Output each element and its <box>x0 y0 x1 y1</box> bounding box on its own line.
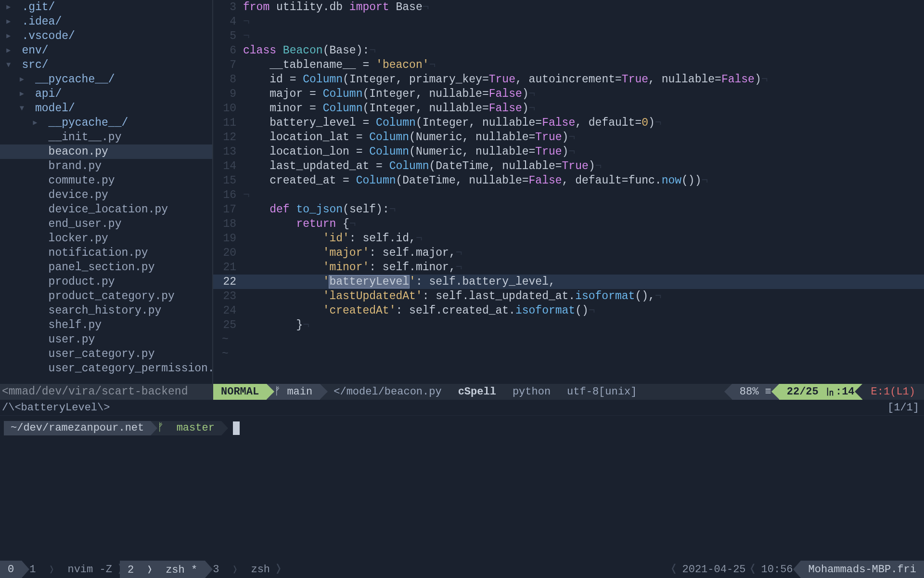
vim-search-line[interactable]: /\<batteryLevel\> [1/1] <box>0 400 924 416</box>
file-tree-sidebar[interactable]: ▸ .git/▸ .idea/▸ .vscode/▸ env/▾ src/ ▸ … <box>0 0 213 400</box>
terminal-pane[interactable]: ~/dev/ramezanpour.net ᚠ master <box>0 416 924 561</box>
line-number: 23 <box>213 289 243 303</box>
tmux-window[interactable]: 1 ❭ nvim -Z <box>22 561 120 578</box>
shell-prompt: ~/dev/ramezanpour.net ᚠ master <box>4 420 920 437</box>
code-line[interactable]: 11 battery_level = Column(Integer, nulla… <box>213 116 924 130</box>
tree-arrow-icon: ▾ <box>2 58 15 72</box>
code-line[interactable]: 23 'lastUpdatedAt': self.last_updated_at… <box>213 289 924 303</box>
code-text: battery_level = Column(Integer, nullable… <box>243 116 924 130</box>
code-line[interactable]: 20 'major': self.major,¬ <box>213 246 924 260</box>
tree-arrow-icon: ▾ <box>15 101 29 116</box>
line-number: 4 <box>213 14 243 29</box>
prompt-branch: ᚠ master <box>151 421 221 435</box>
tree-file-item[interactable]: user_category_permission. <box>0 361 212 376</box>
tmux-session[interactable]: 0 <box>0 561 22 578</box>
code-line[interactable]: 15 created_at = Column(DateTime, nullabl… <box>213 173 924 188</box>
code-line[interactable]: 19 'id': self.id,¬ <box>213 231 924 246</box>
code-line[interactable]: 17 def to_json(self):¬ <box>213 202 924 217</box>
code-line[interactable]: 16¬ <box>213 188 924 202</box>
tmux-window[interactable]: 3 ❭ zsh <box>205 561 278 578</box>
tree-file-item[interactable]: user_category.py <box>0 347 212 361</box>
tree-file-item[interactable]: device.py <box>0 188 212 202</box>
line-number: 22 <box>213 275 243 289</box>
tree-dir-item[interactable]: ▾ model/ <box>0 101 212 116</box>
code-text: 'major': self.major,¬ <box>243 246 924 260</box>
code-text: 'lastUpdatedAt': self.last_updated_at.is… <box>243 289 924 303</box>
code-text: return {¬ <box>243 217 924 231</box>
line-number: 16 <box>213 188 243 202</box>
code-line[interactable]: 4¬ <box>213 14 924 29</box>
code-line[interactable]: 12 location_lat = Column(Numeric, nullab… <box>213 130 924 144</box>
tree-file-item[interactable]: user.py <box>0 332 212 347</box>
tree-file-item[interactable]: notification.py <box>0 246 212 260</box>
code-text: location_lon = Column(Numeric, nullable=… <box>243 144 924 159</box>
tree-file-item[interactable]: shelf.py <box>0 318 212 332</box>
spell-indicator: cSpell <box>458 386 496 398</box>
line-number: 6 <box>213 43 243 58</box>
branch-name: main <box>287 386 312 398</box>
tree-dir-item[interactable]: ▸ .vscode/ <box>0 29 212 43</box>
code-text: 'minor': self.minor,¬ <box>243 260 924 275</box>
tree-dir-item[interactable]: ▸ __pycache__/ <box>0 72 212 87</box>
tree-arrow-icon <box>28 275 42 289</box>
tree-file-item[interactable]: beacon.py <box>0 144 212 159</box>
tree-arrow-icon <box>28 159 42 173</box>
code-text: ¬ <box>243 14 924 29</box>
tree-file-item[interactable]: panel_section.py <box>0 260 212 275</box>
code-line[interactable]: 24 'createdAt': self.created_at.isoforma… <box>213 303 924 318</box>
code-line[interactable]: 21 'minor': self.minor,¬ <box>213 260 924 275</box>
tree-file-item[interactable]: end_user.py <box>0 217 212 231</box>
code-line[interactable]: 7 __tablename__ = 'beacon'¬ <box>213 58 924 72</box>
code-line[interactable]: 10 minor = Column(Integer, nullable=Fals… <box>213 101 924 116</box>
tree-file-item[interactable]: commute.py <box>0 173 212 188</box>
tree-arrow-icon <box>28 303 42 318</box>
tree-file-item[interactable]: device_location.py <box>0 202 212 217</box>
tree-dir-item[interactable]: ▸ .git/ <box>0 0 212 14</box>
line-number: 21 <box>213 260 243 275</box>
tree-dir-item[interactable]: ▸ __pycache__/ <box>0 116 212 130</box>
code-line[interactable]: 6class Beacon(Base):¬ <box>213 43 924 58</box>
tmux-date: 2021-04-25 <box>675 561 754 578</box>
eof-marker: ~ <box>213 332 924 347</box>
code-editor[interactable]: 3from utility.db import Base¬4¬5¬6class … <box>213 0 924 400</box>
line-number: 9 <box>213 87 243 101</box>
code-line[interactable]: 5¬ <box>213 29 924 43</box>
code-line[interactable]: 22 'batteryLevel': self.battery_level, <box>213 275 924 289</box>
filetype-indicator: python <box>513 386 551 398</box>
tree-arrow-icon <box>28 188 42 202</box>
line-number: 20 <box>213 246 243 260</box>
tree-file-item[interactable]: product.py <box>0 275 212 289</box>
tree-file-item[interactable]: brand.py <box>0 159 212 173</box>
code-line[interactable]: 9 major = Column(Integer, nullable=False… <box>213 87 924 101</box>
tree-dir-item[interactable]: ▸ api/ <box>0 87 212 101</box>
line-number: 19 <box>213 231 243 246</box>
tree-arrow-icon <box>28 318 42 332</box>
code-text: 'id': self.id,¬ <box>243 231 924 246</box>
branch-icon: ᚠ <box>274 386 281 398</box>
git-branch-indicator: ᚠ main <box>267 384 320 400</box>
tree-file-item[interactable]: product_category.py <box>0 289 212 303</box>
code-line[interactable]: 13 location_lon = Column(Numeric, nullab… <box>213 144 924 159</box>
line-number: 14 <box>213 159 243 173</box>
code-text: minor = Column(Integer, nullable=False)¬ <box>243 101 924 116</box>
tree-file-item[interactable]: __init__.py <box>0 130 212 144</box>
buffer-path: </model/beacon.py <box>334 386 441 398</box>
code-line[interactable]: 8 id = Column(Integer, primary_key=True,… <box>213 72 924 87</box>
line-number: 5 <box>213 29 243 43</box>
tmux-window[interactable]: 2 ❭ zsh * <box>120 561 205 578</box>
tree-dir-item[interactable]: ▸ env/ <box>0 43 212 58</box>
code-line[interactable]: 3from utility.db import Base¬ <box>213 0 924 14</box>
tree-file-item[interactable]: locker.py <box>0 231 212 246</box>
tree-arrow-icon: ▸ <box>2 0 15 14</box>
code-line[interactable]: 25 }¬ <box>213 318 924 332</box>
tree-dir-item[interactable]: ▾ src/ <box>0 58 212 72</box>
code-line[interactable]: 18 return {¬ <box>213 217 924 231</box>
code-text: }¬ <box>243 318 924 332</box>
tree-dir-item[interactable]: ▸ .idea/ <box>0 14 212 29</box>
code-text: ¬ <box>243 188 924 202</box>
code-line[interactable]: 14 last_updated_at = Column(DateTime, nu… <box>213 159 924 173</box>
line-number: 3 <box>213 0 243 14</box>
tree-file-item[interactable]: search_history.py <box>0 303 212 318</box>
line-number: 11 <box>213 116 243 130</box>
tree-arrow-icon: ▸ <box>2 43 15 58</box>
